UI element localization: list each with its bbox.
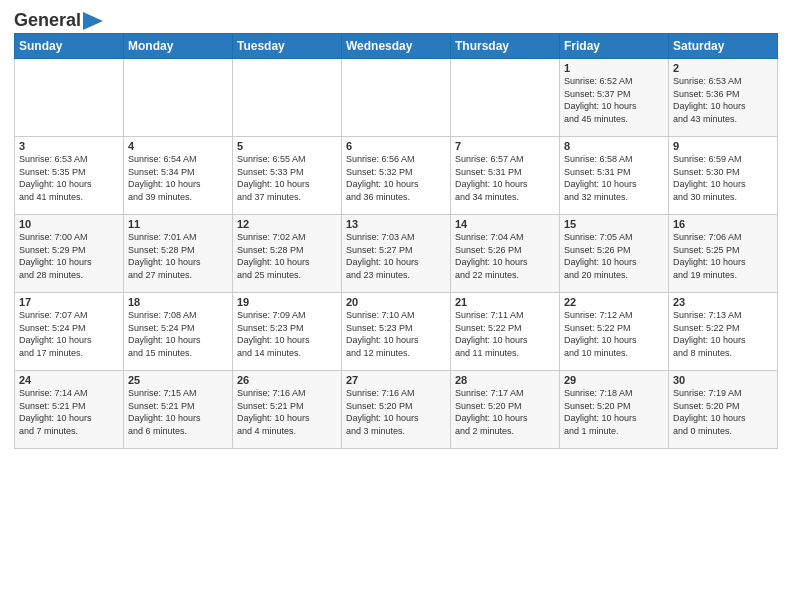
- day-info: Sunrise: 7:18 AM Sunset: 5:20 PM Dayligh…: [564, 387, 664, 437]
- day-number: 30: [673, 374, 773, 386]
- calendar-cell: 19Sunrise: 7:09 AM Sunset: 5:23 PM Dayli…: [233, 293, 342, 371]
- calendar-cell: 11Sunrise: 7:01 AM Sunset: 5:28 PM Dayli…: [124, 215, 233, 293]
- calendar-cell: 29Sunrise: 7:18 AM Sunset: 5:20 PM Dayli…: [560, 371, 669, 449]
- day-info: Sunrise: 7:16 AM Sunset: 5:20 PM Dayligh…: [346, 387, 446, 437]
- day-info: Sunrise: 7:03 AM Sunset: 5:27 PM Dayligh…: [346, 231, 446, 281]
- calendar-table: SundayMondayTuesdayWednesdayThursdayFrid…: [14, 33, 778, 449]
- day-number: 20: [346, 296, 446, 308]
- weekday-header-tuesday: Tuesday: [233, 34, 342, 59]
- day-number: 24: [19, 374, 119, 386]
- day-info: Sunrise: 6:56 AM Sunset: 5:32 PM Dayligh…: [346, 153, 446, 203]
- day-info: Sunrise: 7:09 AM Sunset: 5:23 PM Dayligh…: [237, 309, 337, 359]
- day-info: Sunrise: 6:57 AM Sunset: 5:31 PM Dayligh…: [455, 153, 555, 203]
- day-number: 13: [346, 218, 446, 230]
- day-info: Sunrise: 6:53 AM Sunset: 5:36 PM Dayligh…: [673, 75, 773, 125]
- calendar-cell: 27Sunrise: 7:16 AM Sunset: 5:20 PM Dayli…: [342, 371, 451, 449]
- day-info: Sunrise: 7:02 AM Sunset: 5:28 PM Dayligh…: [237, 231, 337, 281]
- calendar-cell: [233, 59, 342, 137]
- weekday-header-thursday: Thursday: [451, 34, 560, 59]
- day-info: Sunrise: 7:16 AM Sunset: 5:21 PM Dayligh…: [237, 387, 337, 437]
- calendar-body: 1Sunrise: 6:52 AM Sunset: 5:37 PM Daylig…: [15, 59, 778, 449]
- logo-arrow-icon: [83, 12, 103, 30]
- calendar-cell: [342, 59, 451, 137]
- day-number: 23: [673, 296, 773, 308]
- calendar-cell: 20Sunrise: 7:10 AM Sunset: 5:23 PM Dayli…: [342, 293, 451, 371]
- day-info: Sunrise: 7:14 AM Sunset: 5:21 PM Dayligh…: [19, 387, 119, 437]
- calendar-cell: 4Sunrise: 6:54 AM Sunset: 5:34 PM Daylig…: [124, 137, 233, 215]
- weekday-row: SundayMondayTuesdayWednesdayThursdayFrid…: [15, 34, 778, 59]
- day-number: 19: [237, 296, 337, 308]
- logo: General: [14, 10, 103, 27]
- calendar-cell: 1Sunrise: 6:52 AM Sunset: 5:37 PM Daylig…: [560, 59, 669, 137]
- calendar-cell: 12Sunrise: 7:02 AM Sunset: 5:28 PM Dayli…: [233, 215, 342, 293]
- calendar-cell: 18Sunrise: 7:08 AM Sunset: 5:24 PM Dayli…: [124, 293, 233, 371]
- calendar-cell: 17Sunrise: 7:07 AM Sunset: 5:24 PM Dayli…: [15, 293, 124, 371]
- svg-marker-0: [83, 12, 103, 30]
- day-info: Sunrise: 6:59 AM Sunset: 5:30 PM Dayligh…: [673, 153, 773, 203]
- day-number: 14: [455, 218, 555, 230]
- day-number: 17: [19, 296, 119, 308]
- day-number: 7: [455, 140, 555, 152]
- calendar-cell: 3Sunrise: 6:53 AM Sunset: 5:35 PM Daylig…: [15, 137, 124, 215]
- calendar-cell: 5Sunrise: 6:55 AM Sunset: 5:33 PM Daylig…: [233, 137, 342, 215]
- calendar-cell: 26Sunrise: 7:16 AM Sunset: 5:21 PM Dayli…: [233, 371, 342, 449]
- logo-general: General: [14, 10, 81, 31]
- calendar-cell: 10Sunrise: 7:00 AM Sunset: 5:29 PM Dayli…: [15, 215, 124, 293]
- day-number: 10: [19, 218, 119, 230]
- weekday-header-saturday: Saturday: [669, 34, 778, 59]
- week-row-3: 10Sunrise: 7:00 AM Sunset: 5:29 PM Dayli…: [15, 215, 778, 293]
- weekday-header-monday: Monday: [124, 34, 233, 59]
- day-info: Sunrise: 7:19 AM Sunset: 5:20 PM Dayligh…: [673, 387, 773, 437]
- calendar-cell: [451, 59, 560, 137]
- calendar-cell: [15, 59, 124, 137]
- day-info: Sunrise: 7:08 AM Sunset: 5:24 PM Dayligh…: [128, 309, 228, 359]
- day-number: 8: [564, 140, 664, 152]
- calendar-cell: 9Sunrise: 6:59 AM Sunset: 5:30 PM Daylig…: [669, 137, 778, 215]
- calendar-cell: 30Sunrise: 7:19 AM Sunset: 5:20 PM Dayli…: [669, 371, 778, 449]
- page-container: General SundayMondayTuesdayWednesdayThur…: [0, 0, 792, 457]
- day-info: Sunrise: 7:10 AM Sunset: 5:23 PM Dayligh…: [346, 309, 446, 359]
- day-number: 11: [128, 218, 228, 230]
- weekday-header-wednesday: Wednesday: [342, 34, 451, 59]
- day-info: Sunrise: 7:13 AM Sunset: 5:22 PM Dayligh…: [673, 309, 773, 359]
- day-number: 12: [237, 218, 337, 230]
- day-info: Sunrise: 7:01 AM Sunset: 5:28 PM Dayligh…: [128, 231, 228, 281]
- day-number: 1: [564, 62, 664, 74]
- weekday-header-sunday: Sunday: [15, 34, 124, 59]
- calendar-cell: 6Sunrise: 6:56 AM Sunset: 5:32 PM Daylig…: [342, 137, 451, 215]
- day-number: 26: [237, 374, 337, 386]
- day-number: 29: [564, 374, 664, 386]
- day-number: 9: [673, 140, 773, 152]
- day-info: Sunrise: 7:15 AM Sunset: 5:21 PM Dayligh…: [128, 387, 228, 437]
- day-number: 18: [128, 296, 228, 308]
- calendar-cell: 28Sunrise: 7:17 AM Sunset: 5:20 PM Dayli…: [451, 371, 560, 449]
- day-number: 5: [237, 140, 337, 152]
- calendar-cell: 16Sunrise: 7:06 AM Sunset: 5:25 PM Dayli…: [669, 215, 778, 293]
- week-row-5: 24Sunrise: 7:14 AM Sunset: 5:21 PM Dayli…: [15, 371, 778, 449]
- day-number: 3: [19, 140, 119, 152]
- day-number: 21: [455, 296, 555, 308]
- day-number: 6: [346, 140, 446, 152]
- day-info: Sunrise: 7:04 AM Sunset: 5:26 PM Dayligh…: [455, 231, 555, 281]
- day-info: Sunrise: 6:54 AM Sunset: 5:34 PM Dayligh…: [128, 153, 228, 203]
- page-header: General: [14, 10, 778, 27]
- day-info: Sunrise: 6:52 AM Sunset: 5:37 PM Dayligh…: [564, 75, 664, 125]
- day-info: Sunrise: 7:00 AM Sunset: 5:29 PM Dayligh…: [19, 231, 119, 281]
- calendar-cell: 15Sunrise: 7:05 AM Sunset: 5:26 PM Dayli…: [560, 215, 669, 293]
- calendar-cell: 13Sunrise: 7:03 AM Sunset: 5:27 PM Dayli…: [342, 215, 451, 293]
- calendar-cell: 2Sunrise: 6:53 AM Sunset: 5:36 PM Daylig…: [669, 59, 778, 137]
- day-info: Sunrise: 6:58 AM Sunset: 5:31 PM Dayligh…: [564, 153, 664, 203]
- day-number: 27: [346, 374, 446, 386]
- calendar-header: SundayMondayTuesdayWednesdayThursdayFrid…: [15, 34, 778, 59]
- calendar-cell: 7Sunrise: 6:57 AM Sunset: 5:31 PM Daylig…: [451, 137, 560, 215]
- day-info: Sunrise: 7:07 AM Sunset: 5:24 PM Dayligh…: [19, 309, 119, 359]
- week-row-2: 3Sunrise: 6:53 AM Sunset: 5:35 PM Daylig…: [15, 137, 778, 215]
- calendar-cell: 22Sunrise: 7:12 AM Sunset: 5:22 PM Dayli…: [560, 293, 669, 371]
- calendar-cell: 14Sunrise: 7:04 AM Sunset: 5:26 PM Dayli…: [451, 215, 560, 293]
- day-number: 28: [455, 374, 555, 386]
- day-number: 25: [128, 374, 228, 386]
- day-info: Sunrise: 7:05 AM Sunset: 5:26 PM Dayligh…: [564, 231, 664, 281]
- week-row-4: 17Sunrise: 7:07 AM Sunset: 5:24 PM Dayli…: [15, 293, 778, 371]
- day-info: Sunrise: 6:53 AM Sunset: 5:35 PM Dayligh…: [19, 153, 119, 203]
- calendar-cell: 21Sunrise: 7:11 AM Sunset: 5:22 PM Dayli…: [451, 293, 560, 371]
